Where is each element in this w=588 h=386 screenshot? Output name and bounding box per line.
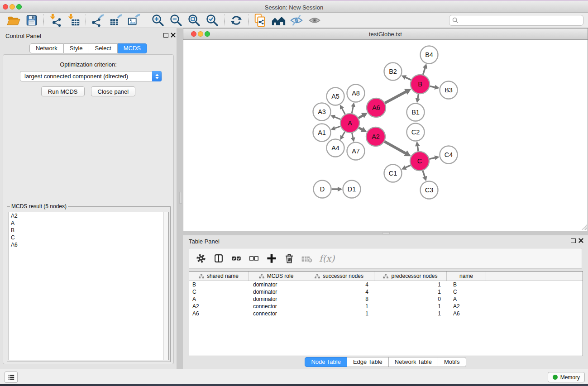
graph-node-B2[interactable]: B2 [384, 63, 402, 81]
show-panels-button[interactable] [5, 372, 18, 383]
add-row-button[interactable] [264, 251, 279, 266]
hide-selection-button[interactable] [287, 14, 306, 27]
column-settings-button[interactable] [194, 251, 208, 266]
list-scrollbar[interactable] [163, 212, 168, 360]
graph-node-A1[interactable]: A1 [313, 124, 331, 142]
graph-node-A2[interactable]: A2 [366, 127, 385, 146]
graph-node-B3[interactable]: B3 [440, 81, 458, 99]
export-network-button[interactable] [89, 14, 107, 27]
graph-edge-A-A8[interactable] [351, 102, 355, 113]
network-graph[interactable]: B4B2BB3A8A5A6A3B1AA1C2A2A4A7C4CC1C3DD1 [183, 40, 588, 231]
run-mcds-button[interactable]: Run MCDS [41, 86, 85, 96]
graph-edge-B-B1[interactable] [416, 94, 420, 103]
tab-edge-table[interactable]: Edge Table [347, 357, 389, 367]
column-header-predecessor-nodes[interactable]: predecessor nodes [374, 272, 447, 281]
graph-node-A[interactable]: A [340, 114, 359, 133]
split-pane-grip-vertical[interactable] [179, 192, 182, 204]
zoom-fit-button[interactable] [185, 14, 203, 27]
close-panel-icon[interactable] [578, 238, 583, 243]
graph-node-B4[interactable]: B4 [421, 46, 438, 64]
float-panel-icon[interactable] [163, 33, 168, 38]
graph-node-C[interactable]: C [410, 152, 429, 171]
zoom-in-button[interactable] [149, 14, 167, 27]
mcds-result-item[interactable]: A6 [9, 241, 168, 248]
tab-style[interactable]: Style [64, 43, 89, 53]
save-session-button[interactable] [23, 14, 41, 27]
new-network-from-selection-button[interactable] [251, 14, 269, 27]
graph-edge-A-A6[interactable] [359, 113, 368, 118]
close-panel-button[interactable]: Close panel [91, 86, 136, 96]
mcds-result-item[interactable]: C [9, 234, 168, 241]
close-panel-icon[interactable] [171, 33, 176, 38]
refresh-layout-button[interactable] [227, 14, 245, 27]
graph-node-D[interactable]: D [314, 181, 331, 198]
select-all-button[interactable] [229, 251, 244, 266]
graph-node-D1[interactable]: D1 [343, 181, 361, 198]
import-network-button[interactable] [47, 14, 65, 27]
search-input[interactable] [449, 15, 583, 26]
tab-network[interactable]: Network [29, 43, 64, 53]
column-header-shared-name[interactable]: shared name [189, 272, 249, 281]
split-pane-grip-horizontal[interactable] [382, 232, 390, 234]
graph-edge-A-A7[interactable] [351, 133, 355, 142]
open-session-button[interactable] [5, 14, 23, 27]
graph-node-C3[interactable]: C3 [421, 181, 438, 199]
column-header-name[interactable]: name [447, 272, 486, 281]
graph-node-A3[interactable]: A3 [313, 103, 331, 121]
first-neighbors-button[interactable] [269, 14, 287, 27]
graph-edge-A6-B[interactable] [385, 89, 411, 103]
zoom-out-button[interactable] [167, 14, 185, 27]
delete-row-button[interactable] [282, 251, 296, 266]
tab-mcds[interactable]: MCDS [118, 43, 147, 53]
float-panel-icon[interactable] [571, 238, 576, 243]
export-table-button[interactable] [107, 14, 125, 27]
tab-select[interactable]: Select [89, 43, 118, 53]
show-all-button[interactable] [306, 14, 324, 27]
graph-edge-B-B2[interactable] [402, 75, 411, 80]
graph-edge-B-B3[interactable] [430, 85, 440, 90]
column-header-mcds-role[interactable]: MCDS role [249, 272, 304, 281]
table-row[interactable]: Adominator80A [189, 295, 583, 303]
graph-edge-A-A5[interactable] [340, 105, 345, 114]
table-row[interactable]: Cdominator41C [189, 288, 583, 295]
graph-node-A5[interactable]: A5 [327, 88, 344, 105]
zoom-selected-button[interactable] [203, 14, 221, 27]
graph-edge-C-C1[interactable] [402, 165, 411, 170]
criterion-dropdown[interactable]: largest connected component (directed) [20, 71, 162, 81]
graph-edge-C-C4[interactable] [429, 155, 439, 160]
graph-edge-A2-C[interactable] [384, 142, 411, 157]
mcds-result-item[interactable]: B [9, 227, 168, 234]
deselect-all-button[interactable] [247, 251, 261, 266]
app-titlebar[interactable]: Session: New Session [0, 1, 588, 13]
tab-motifs[interactable]: Motifs [438, 357, 466, 367]
graph-node-C2[interactable]: C2 [407, 124, 425, 141]
select-column-button[interactable] [211, 251, 226, 266]
memory-button[interactable]: Memory [548, 372, 585, 382]
graph-node-A4[interactable]: A4 [327, 139, 344, 157]
graph-node-A6[interactable]: A6 [367, 98, 386, 117]
graph-edge-D-D1[interactable] [332, 187, 343, 192]
export-image-button[interactable] [125, 14, 143, 27]
table-row[interactable]: Bdominator41B [189, 281, 583, 288]
graph-edge-B-B4[interactable] [423, 64, 427, 75]
table-row[interactable]: A2connector11A2 [189, 303, 583, 310]
column-header-successor-nodes[interactable]: successor nodes [304, 272, 374, 281]
graph-node-B1[interactable]: B1 [407, 104, 425, 121]
graph-node-C4[interactable]: C4 [440, 146, 458, 164]
graph-edge-C-C2[interactable] [415, 141, 420, 151]
table-row[interactable]: A6connector11A6 [189, 310, 583, 317]
graph-edge-A-A1[interactable] [330, 126, 340, 130]
graph-edge-C-C3[interactable] [422, 171, 427, 181]
graph-edge-A-A4[interactable] [340, 132, 345, 140]
tab-network-table[interactable]: Network Table [389, 357, 438, 367]
graph-node-C1[interactable]: C1 [384, 165, 402, 182]
graph-node-B[interactable]: B [411, 75, 430, 94]
import-table-button[interactable] [65, 14, 83, 27]
graph-edge-A-A3[interactable] [330, 115, 341, 119]
graph-node-A8[interactable]: A8 [347, 85, 365, 102]
window-resize-grip[interactable] [581, 224, 587, 230]
network-window-titlebar[interactable]: testGlobe.txt [183, 29, 588, 40]
graph-edge-A-A2[interactable] [359, 127, 367, 132]
tab-node-table[interactable]: Node Table [305, 357, 347, 367]
mcds-result-item[interactable]: A2 [9, 212, 168, 219]
